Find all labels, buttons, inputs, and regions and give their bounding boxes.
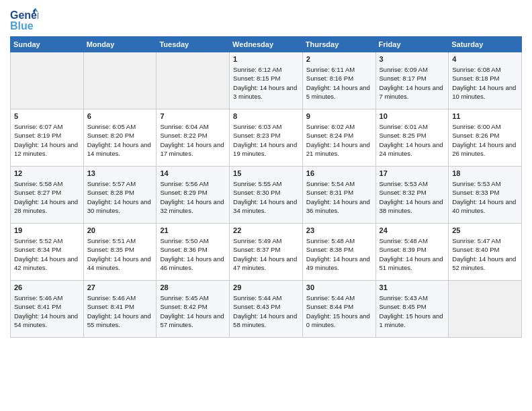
day-number: 20: [87, 226, 153, 234]
day-info: Sunrise: 5:46 AM Sunset: 8:41 PM Dayligh…: [14, 293, 80, 329]
day-number: 6: [87, 112, 153, 120]
day-info: Sunrise: 6:08 AM Sunset: 8:18 PM Dayligh…: [452, 65, 518, 101]
day-info: Sunrise: 5:47 AM Sunset: 8:40 PM Dayligh…: [452, 236, 518, 272]
calendar-cell: 6Sunrise: 6:05 AM Sunset: 8:20 PM Daylig…: [83, 109, 157, 167]
calendar-cell: 11Sunrise: 6:00 AM Sunset: 8:26 PM Dayli…: [449, 109, 522, 167]
calendar-cell: 10Sunrise: 6:01 AM Sunset: 8:25 PM Dayli…: [375, 109, 449, 167]
day-number: 31: [380, 283, 445, 291]
day-info: Sunrise: 5:46 AM Sunset: 8:41 PM Dayligh…: [87, 293, 153, 329]
day-info: Sunrise: 5:54 AM Sunset: 8:31 PM Dayligh…: [306, 179, 372, 215]
calendar-week-1: 1Sunrise: 6:12 AM Sunset: 8:15 PM Daylig…: [11, 52, 522, 109]
day-number: 17: [380, 169, 445, 177]
day-info: Sunrise: 6:09 AM Sunset: 8:17 PM Dayligh…: [380, 65, 445, 101]
day-info: Sunrise: 6:03 AM Sunset: 8:23 PM Dayligh…: [233, 122, 299, 158]
calendar-header-wednesday: Wednesday: [230, 37, 303, 52]
day-number: 4: [452, 55, 518, 63]
calendar-cell: 21Sunrise: 5:50 AM Sunset: 8:36 PM Dayli…: [157, 224, 230, 281]
day-info: Sunrise: 5:56 AM Sunset: 8:29 PM Dayligh…: [160, 179, 226, 215]
calendar-cell: 17Sunrise: 5:53 AM Sunset: 8:32 PM Dayli…: [375, 167, 449, 224]
calendar-cell: 5Sunrise: 6:07 AM Sunset: 8:19 PM Daylig…: [11, 109, 84, 167]
calendar-cell: 4Sunrise: 6:08 AM Sunset: 8:18 PM Daylig…: [449, 52, 522, 109]
calendar-cell: 13Sunrise: 5:57 AM Sunset: 8:28 PM Dayli…: [83, 167, 157, 224]
day-info: Sunrise: 5:53 AM Sunset: 8:32 PM Dayligh…: [380, 179, 445, 215]
day-info: Sunrise: 6:02 AM Sunset: 8:24 PM Dayligh…: [306, 122, 372, 158]
calendar-cell: 14Sunrise: 5:56 AM Sunset: 8:29 PM Dayli…: [157, 167, 230, 224]
calendar-cell: 8Sunrise: 6:03 AM Sunset: 8:23 PM Daylig…: [230, 109, 303, 167]
day-info: Sunrise: 5:48 AM Sunset: 8:39 PM Dayligh…: [380, 236, 445, 272]
calendar-cell: 15Sunrise: 5:55 AM Sunset: 8:30 PM Dayli…: [230, 167, 303, 224]
calendar-week-5: 26Sunrise: 5:46 AM Sunset: 8:41 PM Dayli…: [11, 281, 522, 338]
calendar-cell: 31Sunrise: 5:43 AM Sunset: 8:45 PM Dayli…: [375, 281, 449, 338]
day-info: Sunrise: 5:43 AM Sunset: 8:45 PM Dayligh…: [380, 293, 445, 329]
calendar-cell: [11, 52, 84, 109]
calendar-cell: 1Sunrise: 6:12 AM Sunset: 8:15 PM Daylig…: [230, 52, 303, 109]
calendar-header-sunday: Sunday: [11, 37, 84, 52]
logo-bird-icon: General Blue: [10, 7, 38, 31]
day-number: 13: [87, 169, 153, 177]
day-number: 7: [160, 112, 226, 120]
calendar-cell: [157, 52, 230, 109]
day-number: 28: [160, 283, 226, 291]
page-header: General Blue: [10, 7, 522, 31]
day-number: 19: [14, 226, 80, 234]
calendar-header-saturday: Saturday: [449, 37, 522, 52]
calendar-cell: 7Sunrise: 6:04 AM Sunset: 8:22 PM Daylig…: [157, 109, 230, 167]
day-number: 9: [306, 112, 372, 120]
calendar-cell: 19Sunrise: 5:52 AM Sunset: 8:34 PM Dayli…: [11, 224, 84, 281]
day-number: 8: [233, 112, 299, 120]
day-info: Sunrise: 5:51 AM Sunset: 8:35 PM Dayligh…: [87, 236, 153, 272]
day-number: 11: [452, 112, 518, 120]
calendar-cell: 9Sunrise: 6:02 AM Sunset: 8:24 PM Daylig…: [302, 109, 375, 167]
calendar-header-tuesday: Tuesday: [157, 37, 230, 52]
day-number: 15: [233, 169, 299, 177]
day-info: Sunrise: 6:04 AM Sunset: 8:22 PM Dayligh…: [160, 122, 226, 158]
calendar-cell: 30Sunrise: 5:44 AM Sunset: 8:44 PM Dayli…: [302, 281, 375, 338]
calendar-cell: 2Sunrise: 6:11 AM Sunset: 8:16 PM Daylig…: [302, 52, 375, 109]
day-info: Sunrise: 6:00 AM Sunset: 8:26 PM Dayligh…: [452, 122, 518, 158]
calendar-cell: [83, 52, 157, 109]
day-number: 12: [14, 169, 80, 177]
calendar-cell: 22Sunrise: 5:49 AM Sunset: 8:37 PM Dayli…: [230, 224, 303, 281]
day-number: 21: [160, 226, 226, 234]
day-number: 1: [233, 55, 299, 63]
day-info: Sunrise: 5:50 AM Sunset: 8:36 PM Dayligh…: [160, 236, 226, 272]
calendar-cell: [449, 281, 522, 338]
day-number: 5: [14, 112, 80, 120]
day-info: Sunrise: 5:48 AM Sunset: 8:38 PM Dayligh…: [306, 236, 372, 272]
calendar-header-friday: Friday: [375, 37, 449, 52]
calendar-cell: 27Sunrise: 5:46 AM Sunset: 8:41 PM Dayli…: [83, 281, 157, 338]
day-info: Sunrise: 5:53 AM Sunset: 8:33 PM Dayligh…: [452, 179, 518, 215]
svg-text:Blue: Blue: [10, 20, 34, 31]
day-number: 14: [160, 169, 226, 177]
calendar-header-row: SundayMondayTuesdayWednesdayThursdayFrid…: [11, 37, 522, 52]
calendar-cell: 24Sunrise: 5:48 AM Sunset: 8:39 PM Dayli…: [375, 224, 449, 281]
day-info: Sunrise: 6:05 AM Sunset: 8:20 PM Dayligh…: [87, 122, 153, 158]
calendar-cell: 12Sunrise: 5:58 AM Sunset: 8:27 PM Dayli…: [11, 167, 84, 224]
day-info: Sunrise: 6:01 AM Sunset: 8:25 PM Dayligh…: [380, 122, 445, 158]
day-info: Sunrise: 5:44 AM Sunset: 8:44 PM Dayligh…: [306, 293, 372, 329]
calendar-cell: 23Sunrise: 5:48 AM Sunset: 8:38 PM Dayli…: [302, 224, 375, 281]
day-number: 3: [380, 55, 445, 63]
calendar-header-thursday: Thursday: [302, 37, 375, 52]
day-info: Sunrise: 5:49 AM Sunset: 8:37 PM Dayligh…: [233, 236, 299, 272]
day-number: 26: [14, 283, 80, 291]
calendar-cell: 25Sunrise: 5:47 AM Sunset: 8:40 PM Dayli…: [449, 224, 522, 281]
calendar-table: SundayMondayTuesdayWednesdayThursdayFrid…: [10, 36, 522, 338]
day-info: Sunrise: 6:11 AM Sunset: 8:16 PM Dayligh…: [306, 65, 372, 101]
calendar-cell: 20Sunrise: 5:51 AM Sunset: 8:35 PM Dayli…: [83, 224, 157, 281]
calendar-cell: 18Sunrise: 5:53 AM Sunset: 8:33 PM Dayli…: [449, 167, 522, 224]
calendar-cell: 16Sunrise: 5:54 AM Sunset: 8:31 PM Dayli…: [302, 167, 375, 224]
day-info: Sunrise: 5:55 AM Sunset: 8:30 PM Dayligh…: [233, 179, 299, 215]
day-number: 18: [452, 169, 518, 177]
day-info: Sunrise: 5:44 AM Sunset: 8:43 PM Dayligh…: [233, 293, 299, 329]
calendar-body: 1Sunrise: 6:12 AM Sunset: 8:15 PM Daylig…: [11, 52, 522, 338]
calendar-cell: 28Sunrise: 5:45 AM Sunset: 8:42 PM Dayli…: [157, 281, 230, 338]
day-info: Sunrise: 5:45 AM Sunset: 8:42 PM Dayligh…: [160, 293, 226, 329]
day-number: 29: [233, 283, 299, 291]
day-info: Sunrise: 5:58 AM Sunset: 8:27 PM Dayligh…: [14, 179, 80, 215]
day-info: Sunrise: 6:07 AM Sunset: 8:19 PM Dayligh…: [14, 122, 80, 158]
calendar-week-3: 12Sunrise: 5:58 AM Sunset: 8:27 PM Dayli…: [11, 167, 522, 224]
calendar-week-2: 5Sunrise: 6:07 AM Sunset: 8:19 PM Daylig…: [11, 109, 522, 167]
calendar-cell: 29Sunrise: 5:44 AM Sunset: 8:43 PM Dayli…: [230, 281, 303, 338]
day-number: 25: [452, 226, 518, 234]
